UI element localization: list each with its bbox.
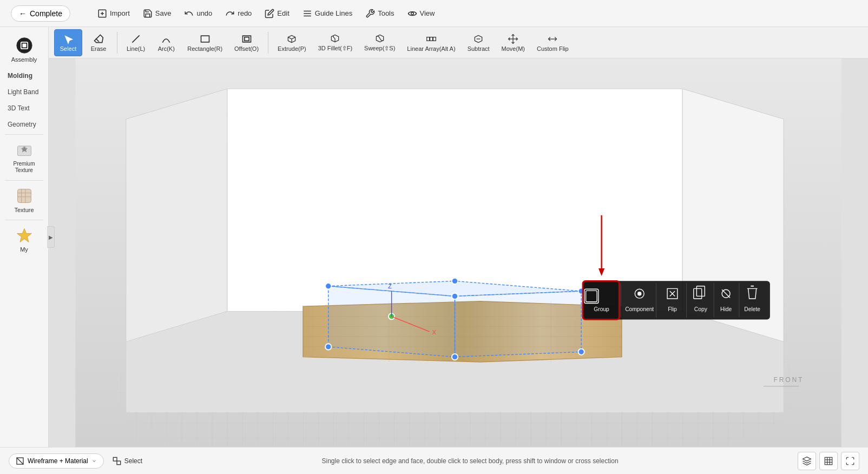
sidebar-divider-1 bbox=[5, 134, 43, 135]
svg-text:X: X bbox=[432, 329, 436, 335]
wireframe-mode-label: Wireframe + Material bbox=[28, 457, 88, 465]
guidelines-label: Guide Lines bbox=[315, 9, 352, 17]
geometry-label[interactable]: Geometry bbox=[8, 121, 36, 128]
submenu-molding[interactable]: Molding bbox=[0, 67, 48, 83]
tool-erase[interactable]: Erase bbox=[84, 29, 113, 56]
view-action[interactable]: View bbox=[407, 9, 435, 18]
import-action[interactable]: Import bbox=[97, 9, 130, 18]
tool-offset[interactable]: Offset(O) bbox=[229, 29, 264, 56]
submenu-3dtext[interactable]: 3D Text bbox=[0, 100, 48, 116]
top-bar: ← Complete Import Save undo bbox=[0, 0, 868, 27]
status-hint: Single click to select edge and face, do… bbox=[151, 457, 789, 465]
view-grid-button[interactable] bbox=[819, 452, 838, 470]
save-action[interactable]: Save bbox=[143, 9, 172, 18]
3dtext-label[interactable]: 3D Text bbox=[8, 104, 29, 112]
texture-icon bbox=[16, 187, 33, 205]
import-icon bbox=[97, 9, 107, 18]
fillet3d-tool-icon bbox=[330, 33, 340, 44]
offset-tool-label: Offset(O) bbox=[234, 45, 259, 52]
sidebar-item-my[interactable]: My bbox=[0, 222, 48, 257]
sidebar-divider-3 bbox=[5, 220, 43, 220]
svg-rect-18 bbox=[430, 37, 432, 41]
toolbar-separator-2 bbox=[268, 32, 268, 54]
view-3d-button[interactable] bbox=[798, 452, 816, 470]
undo-action[interactable]: undo bbox=[184, 9, 212, 18]
complete-button[interactable]: ← Complete bbox=[11, 5, 70, 22]
view-grid-icon bbox=[824, 456, 833, 466]
submenu-geometry[interactable]: Geometry bbox=[0, 116, 48, 132]
lightband-label[interactable]: Light Band bbox=[8, 88, 38, 96]
complete-label: Complete bbox=[30, 9, 62, 18]
guidelines-action[interactable]: Guide Lines bbox=[303, 9, 352, 18]
submenu-lightband[interactable]: Light Band bbox=[0, 83, 48, 100]
view-expand-icon bbox=[845, 456, 855, 466]
subtract-tool-label: Subtract bbox=[468, 45, 490, 52]
bottom-bar: Wireframe + Material Select Single click… bbox=[0, 447, 868, 474]
tool-lineararray[interactable]: Linear Array(Alt A) bbox=[402, 29, 460, 56]
tools-label: Tools bbox=[378, 9, 394, 17]
sweep-tool-label: Sweep(⇧S) bbox=[364, 45, 395, 52]
line-tool-icon bbox=[130, 34, 141, 44]
import-label: Import bbox=[110, 9, 130, 17]
lineararray-tool-label: Linear Array(Alt A) bbox=[407, 45, 455, 52]
svg-point-43 bbox=[452, 293, 458, 299]
sidebar-item-assembly[interactable]: Assembly bbox=[0, 32, 48, 67]
tool-line[interactable]: Line(L) bbox=[122, 29, 150, 56]
viewport[interactable]: X Z Group Component Flip bbox=[49, 58, 868, 447]
sidebar-collapse-button[interactable]: ▶ bbox=[47, 226, 55, 248]
tool-select[interactable]: Select bbox=[54, 29, 82, 56]
premium-texture-icon bbox=[16, 141, 33, 159]
svg-point-45 bbox=[452, 354, 458, 360]
save-icon bbox=[143, 9, 153, 18]
view-expand-button[interactable] bbox=[841, 452, 859, 470]
undo-icon bbox=[184, 9, 194, 18]
move-tool-icon bbox=[508, 34, 518, 44]
tools-action[interactable]: Tools bbox=[365, 9, 394, 18]
svg-rect-14 bbox=[201, 36, 209, 42]
select-tool-label: Select bbox=[60, 45, 77, 52]
tool-subtract[interactable]: Subtract bbox=[463, 29, 495, 56]
assembly-icon bbox=[16, 37, 33, 54]
svg-point-41 bbox=[452, 278, 458, 284]
redo-icon bbox=[225, 9, 235, 18]
tool-customflip[interactable]: Custom Flip bbox=[532, 29, 574, 56]
svg-point-44 bbox=[325, 344, 331, 350]
sidebar-item-texture[interactable]: Texture bbox=[0, 183, 48, 218]
wireframe-mode-button[interactable]: Wireframe + Material bbox=[9, 453, 104, 469]
customflip-tool-icon bbox=[547, 34, 558, 44]
svg-rect-16 bbox=[244, 37, 248, 41]
svg-text:Copy: Copy bbox=[694, 306, 708, 312]
select-icon bbox=[113, 457, 121, 465]
tools-icon bbox=[365, 9, 375, 18]
view-icon bbox=[407, 9, 417, 18]
arc-tool-label: Arc(K) bbox=[158, 45, 175, 52]
svg-rect-19 bbox=[433, 37, 436, 41]
tool-arc[interactable]: Arc(K) bbox=[152, 29, 180, 56]
sidebar-divider-2 bbox=[5, 180, 43, 181]
tool-rectangle[interactable]: Rectangle(R) bbox=[182, 29, 227, 56]
bottom-select-button[interactable]: Select bbox=[113, 457, 142, 465]
svg-rect-55 bbox=[583, 281, 619, 319]
molding-label[interactable]: Molding bbox=[8, 72, 32, 80]
svg-rect-80 bbox=[113, 457, 117, 461]
offset-tool-icon bbox=[241, 34, 252, 44]
tool-extrude[interactable]: Extrude(P) bbox=[273, 29, 311, 56]
svg-point-60 bbox=[637, 292, 641, 295]
sidebar-item-premium-texture[interactable]: PremiumTexture bbox=[0, 137, 48, 178]
edit-action[interactable]: Edit bbox=[265, 9, 289, 18]
erase-tool-icon bbox=[93, 34, 104, 44]
redo-action[interactable]: redo bbox=[225, 9, 252, 18]
hint-text: Single click to select edge and face, do… bbox=[322, 457, 619, 465]
lineararray-tool-icon bbox=[426, 34, 437, 44]
chevron-down-icon bbox=[91, 458, 97, 464]
undo-label: undo bbox=[196, 9, 212, 17]
toolbar-separator-1 bbox=[117, 32, 117, 54]
subtract-tool-icon bbox=[473, 34, 484, 44]
svg-text:Z: Z bbox=[388, 283, 392, 289]
tool-fillet3d[interactable]: 3D Fillet(⇧F) bbox=[313, 29, 357, 56]
svg-marker-39 bbox=[455, 291, 581, 357]
tool-move[interactable]: Move(M) bbox=[497, 29, 530, 56]
tool-sweep[interactable]: Sweep(⇧S) bbox=[359, 29, 400, 56]
svg-text:Hide: Hide bbox=[720, 306, 732, 312]
assembly-label: Assembly bbox=[11, 56, 37, 63]
